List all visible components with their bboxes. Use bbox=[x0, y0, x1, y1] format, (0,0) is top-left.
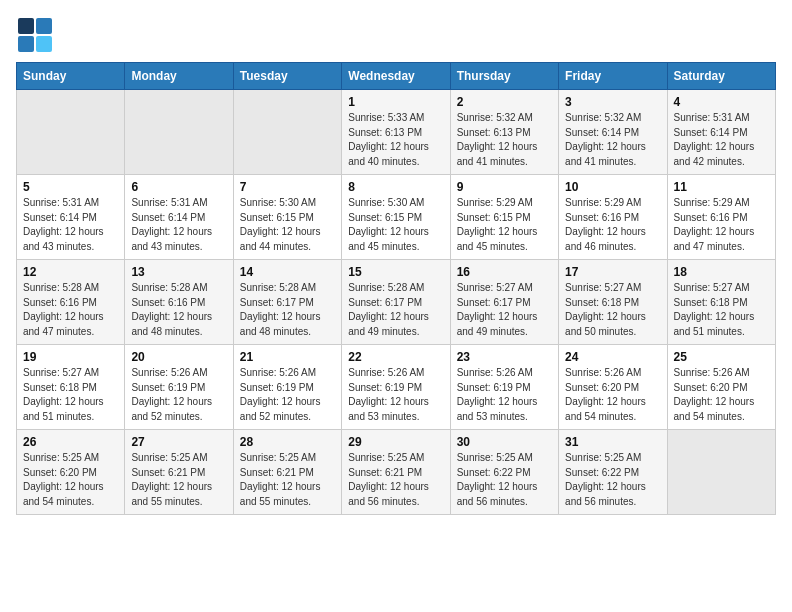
column-header-monday: Monday bbox=[125, 63, 233, 90]
day-number: 19 bbox=[23, 350, 118, 364]
day-number: 25 bbox=[674, 350, 769, 364]
svg-rect-3 bbox=[36, 36, 52, 52]
svg-rect-2 bbox=[18, 36, 34, 52]
day-info: Sunrise: 5:28 AM Sunset: 6:17 PM Dayligh… bbox=[240, 281, 335, 339]
day-number: 30 bbox=[457, 435, 552, 449]
column-header-saturday: Saturday bbox=[667, 63, 775, 90]
day-number: 14 bbox=[240, 265, 335, 279]
day-info: Sunrise: 5:29 AM Sunset: 6:16 PM Dayligh… bbox=[674, 196, 769, 254]
day-info: Sunrise: 5:25 AM Sunset: 6:21 PM Dayligh… bbox=[240, 451, 335, 509]
day-number: 4 bbox=[674, 95, 769, 109]
day-cell: 30Sunrise: 5:25 AM Sunset: 6:22 PM Dayli… bbox=[450, 430, 558, 515]
day-info: Sunrise: 5:31 AM Sunset: 6:14 PM Dayligh… bbox=[131, 196, 226, 254]
day-info: Sunrise: 5:26 AM Sunset: 6:19 PM Dayligh… bbox=[131, 366, 226, 424]
day-info: Sunrise: 5:25 AM Sunset: 6:22 PM Dayligh… bbox=[565, 451, 660, 509]
day-number: 18 bbox=[674, 265, 769, 279]
day-info: Sunrise: 5:25 AM Sunset: 6:22 PM Dayligh… bbox=[457, 451, 552, 509]
day-cell: 19Sunrise: 5:27 AM Sunset: 6:18 PM Dayli… bbox=[17, 345, 125, 430]
day-number: 8 bbox=[348, 180, 443, 194]
day-number: 16 bbox=[457, 265, 552, 279]
day-info: Sunrise: 5:27 AM Sunset: 6:18 PM Dayligh… bbox=[565, 281, 660, 339]
day-number: 17 bbox=[565, 265, 660, 279]
day-cell: 17Sunrise: 5:27 AM Sunset: 6:18 PM Dayli… bbox=[559, 260, 667, 345]
day-number: 29 bbox=[348, 435, 443, 449]
day-cell: 28Sunrise: 5:25 AM Sunset: 6:21 PM Dayli… bbox=[233, 430, 341, 515]
day-cell: 10Sunrise: 5:29 AM Sunset: 6:16 PM Dayli… bbox=[559, 175, 667, 260]
day-cell: 20Sunrise: 5:26 AM Sunset: 6:19 PM Dayli… bbox=[125, 345, 233, 430]
day-cell: 21Sunrise: 5:26 AM Sunset: 6:19 PM Dayli… bbox=[233, 345, 341, 430]
day-cell: 15Sunrise: 5:28 AM Sunset: 6:17 PM Dayli… bbox=[342, 260, 450, 345]
day-number: 5 bbox=[23, 180, 118, 194]
column-header-tuesday: Tuesday bbox=[233, 63, 341, 90]
day-cell: 13Sunrise: 5:28 AM Sunset: 6:16 PM Dayli… bbox=[125, 260, 233, 345]
day-cell: 22Sunrise: 5:26 AM Sunset: 6:19 PM Dayli… bbox=[342, 345, 450, 430]
day-number: 12 bbox=[23, 265, 118, 279]
day-info: Sunrise: 5:26 AM Sunset: 6:19 PM Dayligh… bbox=[240, 366, 335, 424]
day-cell: 9Sunrise: 5:29 AM Sunset: 6:15 PM Daylig… bbox=[450, 175, 558, 260]
day-number: 20 bbox=[131, 350, 226, 364]
day-cell: 25Sunrise: 5:26 AM Sunset: 6:20 PM Dayli… bbox=[667, 345, 775, 430]
day-cell: 23Sunrise: 5:26 AM Sunset: 6:19 PM Dayli… bbox=[450, 345, 558, 430]
day-info: Sunrise: 5:28 AM Sunset: 6:16 PM Dayligh… bbox=[23, 281, 118, 339]
day-info: Sunrise: 5:27 AM Sunset: 6:18 PM Dayligh… bbox=[674, 281, 769, 339]
day-info: Sunrise: 5:30 AM Sunset: 6:15 PM Dayligh… bbox=[240, 196, 335, 254]
page-header bbox=[16, 16, 776, 54]
day-info: Sunrise: 5:31 AM Sunset: 6:14 PM Dayligh… bbox=[674, 111, 769, 169]
day-cell: 5Sunrise: 5:31 AM Sunset: 6:14 PM Daylig… bbox=[17, 175, 125, 260]
week-row-1: 1Sunrise: 5:33 AM Sunset: 6:13 PM Daylig… bbox=[17, 90, 776, 175]
day-info: Sunrise: 5:29 AM Sunset: 6:15 PM Dayligh… bbox=[457, 196, 552, 254]
calendar-table: SundayMondayTuesdayWednesdayThursdayFrid… bbox=[16, 62, 776, 515]
day-number: 6 bbox=[131, 180, 226, 194]
day-number: 23 bbox=[457, 350, 552, 364]
day-info: Sunrise: 5:27 AM Sunset: 6:17 PM Dayligh… bbox=[457, 281, 552, 339]
day-cell: 2Sunrise: 5:32 AM Sunset: 6:13 PM Daylig… bbox=[450, 90, 558, 175]
day-info: Sunrise: 5:30 AM Sunset: 6:15 PM Dayligh… bbox=[348, 196, 443, 254]
day-info: Sunrise: 5:31 AM Sunset: 6:14 PM Dayligh… bbox=[23, 196, 118, 254]
day-info: Sunrise: 5:32 AM Sunset: 6:13 PM Dayligh… bbox=[457, 111, 552, 169]
column-header-wednesday: Wednesday bbox=[342, 63, 450, 90]
day-number: 3 bbox=[565, 95, 660, 109]
day-number: 11 bbox=[674, 180, 769, 194]
day-cell: 8Sunrise: 5:30 AM Sunset: 6:15 PM Daylig… bbox=[342, 175, 450, 260]
day-number: 31 bbox=[565, 435, 660, 449]
logo bbox=[16, 16, 58, 54]
day-number: 22 bbox=[348, 350, 443, 364]
day-number: 15 bbox=[348, 265, 443, 279]
day-cell: 4Sunrise: 5:31 AM Sunset: 6:14 PM Daylig… bbox=[667, 90, 775, 175]
day-info: Sunrise: 5:26 AM Sunset: 6:20 PM Dayligh… bbox=[565, 366, 660, 424]
day-info: Sunrise: 5:32 AM Sunset: 6:14 PM Dayligh… bbox=[565, 111, 660, 169]
day-cell: 27Sunrise: 5:25 AM Sunset: 6:21 PM Dayli… bbox=[125, 430, 233, 515]
week-row-5: 26Sunrise: 5:25 AM Sunset: 6:20 PM Dayli… bbox=[17, 430, 776, 515]
day-cell bbox=[17, 90, 125, 175]
day-cell: 11Sunrise: 5:29 AM Sunset: 6:16 PM Dayli… bbox=[667, 175, 775, 260]
day-cell: 3Sunrise: 5:32 AM Sunset: 6:14 PM Daylig… bbox=[559, 90, 667, 175]
day-number: 7 bbox=[240, 180, 335, 194]
day-info: Sunrise: 5:26 AM Sunset: 6:20 PM Dayligh… bbox=[674, 366, 769, 424]
day-info: Sunrise: 5:33 AM Sunset: 6:13 PM Dayligh… bbox=[348, 111, 443, 169]
day-number: 13 bbox=[131, 265, 226, 279]
day-number: 28 bbox=[240, 435, 335, 449]
day-cell: 1Sunrise: 5:33 AM Sunset: 6:13 PM Daylig… bbox=[342, 90, 450, 175]
day-number: 24 bbox=[565, 350, 660, 364]
day-info: Sunrise: 5:26 AM Sunset: 6:19 PM Dayligh… bbox=[348, 366, 443, 424]
day-cell: 6Sunrise: 5:31 AM Sunset: 6:14 PM Daylig… bbox=[125, 175, 233, 260]
day-info: Sunrise: 5:26 AM Sunset: 6:19 PM Dayligh… bbox=[457, 366, 552, 424]
day-cell bbox=[233, 90, 341, 175]
day-info: Sunrise: 5:27 AM Sunset: 6:18 PM Dayligh… bbox=[23, 366, 118, 424]
day-info: Sunrise: 5:25 AM Sunset: 6:21 PM Dayligh… bbox=[348, 451, 443, 509]
day-number: 26 bbox=[23, 435, 118, 449]
day-info: Sunrise: 5:29 AM Sunset: 6:16 PM Dayligh… bbox=[565, 196, 660, 254]
day-number: 9 bbox=[457, 180, 552, 194]
day-info: Sunrise: 5:25 AM Sunset: 6:21 PM Dayligh… bbox=[131, 451, 226, 509]
day-cell bbox=[125, 90, 233, 175]
day-cell: 24Sunrise: 5:26 AM Sunset: 6:20 PM Dayli… bbox=[559, 345, 667, 430]
column-header-sunday: Sunday bbox=[17, 63, 125, 90]
week-row-2: 5Sunrise: 5:31 AM Sunset: 6:14 PM Daylig… bbox=[17, 175, 776, 260]
day-number: 10 bbox=[565, 180, 660, 194]
day-number: 27 bbox=[131, 435, 226, 449]
day-info: Sunrise: 5:28 AM Sunset: 6:16 PM Dayligh… bbox=[131, 281, 226, 339]
column-header-thursday: Thursday bbox=[450, 63, 558, 90]
day-cell: 16Sunrise: 5:27 AM Sunset: 6:17 PM Dayli… bbox=[450, 260, 558, 345]
day-number: 21 bbox=[240, 350, 335, 364]
day-number: 2 bbox=[457, 95, 552, 109]
